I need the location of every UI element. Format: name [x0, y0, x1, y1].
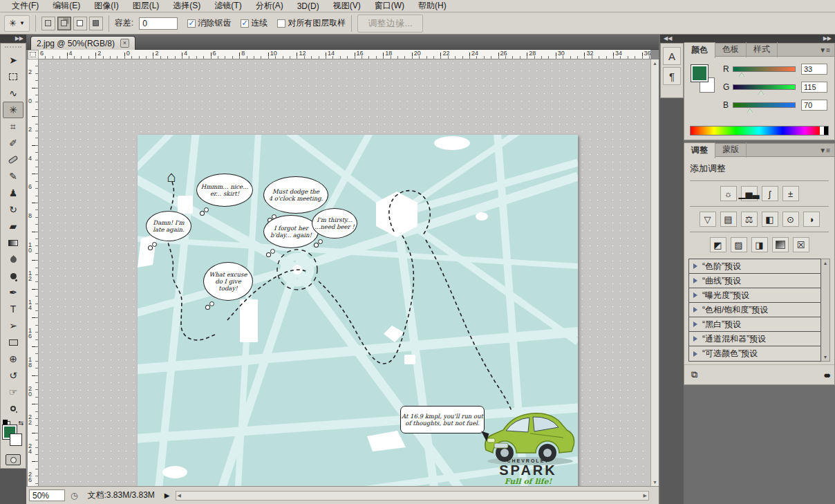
swap-colors-icon[interactable]: ⇆ [18, 420, 24, 427]
posterize-icon[interactable]: ▨ [731, 237, 747, 252]
preset-item[interactable]: “通道混和器”预设 [689, 332, 820, 346]
canvas-image[interactable]: ⌂ Hmmm... nice...er... skirt!Must dodge … [138, 135, 578, 486]
scroll-right-icon[interactable]: ▶ [644, 493, 647, 498]
subtract-from-selection-button[interactable] [73, 17, 87, 30]
scroll-left-icon[interactable]: ◀ [178, 493, 181, 498]
exposure-icon[interactable]: ± [782, 186, 799, 201]
pen-tool[interactable]: ✒ [3, 284, 24, 301]
option-checkbox[interactable]: ✓消除锯齿 [187, 17, 231, 29]
tool-preset-picker[interactable]: ✳ ▼ [4, 15, 30, 32]
menu-item[interactable]: 帮助(H) [412, 0, 453, 12]
photo-filter-icon[interactable]: ⊙ [782, 212, 799, 227]
3d-orbit-tool[interactable]: ↺ [3, 367, 24, 384]
b-slider[interactable] [733, 102, 796, 108]
option-checkbox[interactable]: ✓连续 [241, 17, 268, 29]
tab-样式[interactable]: 样式 [747, 42, 778, 57]
preset-item[interactable]: “色阶”预设 [689, 259, 820, 274]
intersect-selection-button[interactable] [89, 17, 103, 30]
menu-item[interactable]: 窗口(W) [368, 0, 411, 12]
lasso-tool[interactable]: ∿ [3, 85, 24, 102]
rectangle-tool[interactable] [3, 334, 24, 351]
refine-edge-button[interactable]: 调整边缘... [357, 15, 422, 32]
menu-item[interactable]: 图层(L) [126, 0, 166, 12]
move-tool[interactable]: ➤ [3, 52, 24, 68]
menu-item[interactable]: 文件(F) [6, 0, 45, 12]
tab-色板[interactable]: 色板 [715, 42, 747, 57]
b-value-field[interactable]: 70 [801, 100, 827, 111]
channel-mixer-icon[interactable]: ◑ [803, 212, 820, 227]
selective-color-icon[interactable]: ☒ [793, 237, 809, 252]
vibrance-icon[interactable]: ▽ [700, 212, 716, 227]
rectangular-marquee-tool[interactable] [3, 68, 24, 85]
preset-item[interactable]: “可选颜色”预设 [689, 346, 820, 361]
3d-rotate-tool[interactable]: ⊕ [3, 351, 24, 367]
menu-item[interactable]: 滤镜(T) [208, 0, 247, 12]
levels-icon[interactable]: ▁▅▃ [741, 186, 758, 201]
add-to-selection-button[interactable] [57, 17, 71, 30]
invert-icon[interactable]: ◩ [710, 237, 726, 252]
default-colors-icon[interactable] [3, 420, 8, 424]
scroll-down-icon[interactable]: ▼ [653, 480, 657, 485]
toggle-panel-size-icon[interactable]: ⧉ [691, 369, 697, 380]
r-value-field[interactable]: 33 [801, 64, 827, 75]
tab-蒙版[interactable]: 蒙版 [715, 142, 747, 158]
color-balance-icon[interactable]: ⚖ [741, 212, 758, 227]
brightness-contrast-icon[interactable]: ☼ [720, 186, 737, 201]
menu-item[interactable]: 分析(A) [250, 0, 290, 12]
g-value-field[interactable]: 115 [801, 82, 827, 93]
hue-saturation-icon[interactable]: ▤ [720, 212, 737, 227]
preset-item[interactable]: “色相/饱和度”预设 [689, 303, 820, 317]
type-tool[interactable]: T [3, 301, 24, 317]
ruler-origin[interactable] [28, 50, 39, 59]
close-icon[interactable]: × [120, 39, 129, 48]
blur-tool[interactable] [3, 251, 24, 268]
preset-item[interactable]: “黑白”预设 [689, 317, 820, 332]
new-selection-button[interactable] [41, 17, 55, 30]
menu-item[interactable]: 3D(D) [291, 1, 326, 12]
zoom-level-field[interactable]: 50% [29, 489, 65, 501]
tab-调整[interactable]: 调整 [684, 142, 715, 158]
expand-dock-icon[interactable]: ▶▶ [823, 35, 832, 42]
threshold-icon[interactable]: ◨ [751, 237, 768, 252]
eyedropper-tool[interactable]: ✐ [3, 135, 24, 151]
color-spectrum-ramp[interactable] [690, 126, 829, 136]
menu-item[interactable]: 选择(S) [167, 0, 207, 12]
panel-grip[interactable] [5, 46, 21, 50]
character-panel-icon[interactable]: A [663, 47, 681, 65]
document-tab[interactable]: 2.jpg @ 50%(RGB/8) × [30, 36, 135, 50]
vertical-scrollbar[interactable]: ▲ ▼ [650, 59, 659, 486]
vertical-ruler[interactable]: 2024681 01 21 41 61 82 02 22 42 6 [28, 59, 39, 486]
horizontal-ruler[interactable]: 642024681012141618202224262830323436 [39, 50, 650, 59]
quick-mask-button[interactable] [6, 454, 21, 465]
dodge-tool[interactable] [3, 268, 24, 284]
brush-tool[interactable]: ✎ [3, 168, 24, 185]
history-brush-tool[interactable]: ↻ [3, 201, 24, 218]
clone-stamp-tool[interactable]: ♟ [3, 185, 24, 201]
g-slider[interactable] [733, 84, 796, 90]
gradient-map-icon[interactable] [772, 237, 789, 252]
background-color-swatch[interactable] [10, 433, 22, 446]
toolbar-expand-button[interactable]: ▶▶ [0, 35, 26, 43]
tolerance-input[interactable]: 0 [139, 17, 178, 30]
clip-adjustment-icon[interactable]: ●● [823, 370, 827, 380]
zoom-tool[interactable] [3, 400, 24, 417]
eraser-tool[interactable]: ▰ [3, 218, 24, 234]
magic-wand-tool[interactable]: ✳ [3, 102, 24, 118]
paragraph-panel-icon[interactable]: ¶ [663, 67, 681, 85]
menu-item[interactable]: 编辑(E) [46, 0, 86, 12]
scroll-down-icon[interactable]: ▼ [823, 355, 828, 360]
scroll-up-icon[interactable]: ▲ [823, 261, 828, 265]
adjustments-panel-menu-icon[interactable]: ▼≡ [819, 147, 834, 154]
crop-tool[interactable]: ⌗ [3, 118, 24, 135]
presets-scrollbar[interactable]: ▲ ▼ [821, 259, 830, 362]
menu-item[interactable]: 视图(V) [327, 0, 367, 12]
slider-thumb[interactable] [758, 91, 764, 95]
scroll-up-icon[interactable]: ▲ [653, 61, 657, 66]
slider-thumb[interactable] [747, 109, 753, 113]
spot-healing-brush-tool[interactable] [3, 151, 24, 168]
option-checkbox[interactable]: 对所有图层取样 [277, 17, 346, 29]
path-selection-tool[interactable]: ➢ [3, 317, 24, 334]
menu-item[interactable]: 图像(I) [88, 0, 124, 12]
preset-item[interactable]: “曲线”预设 [689, 274, 820, 288]
tab-颜色[interactable]: 颜色 [684, 42, 715, 58]
